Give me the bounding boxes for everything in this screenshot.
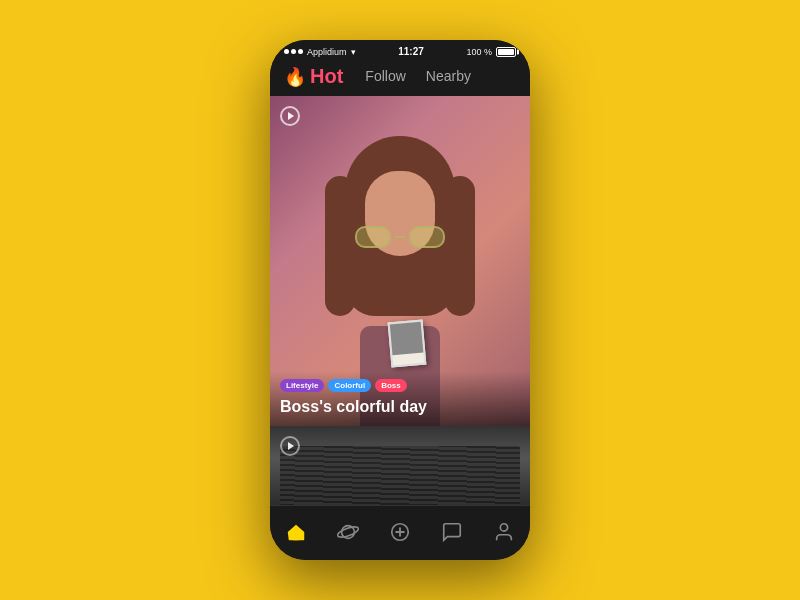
battery-icon [496,47,516,57]
signal-dots [284,49,303,54]
nav-profile[interactable] [486,514,522,550]
card-overlay-1: Lifestyle Colorful Boss Boss's colorful … [270,371,530,426]
status-right: 100 % [466,47,516,57]
play-button-2[interactable] [280,436,300,456]
video-card-2[interactable] [270,426,530,505]
wifi-icon: ▾ [351,47,356,57]
photo-card-image [390,322,424,355]
nav-tabs: Follow Nearby [355,66,516,88]
plus-icon [389,521,411,543]
nav-explore[interactable] [330,514,366,550]
brand: 🔥 Hot [284,65,343,88]
glasses-right-lens [409,226,445,248]
time-label: 11:27 [398,46,424,57]
status-left: Applidium ▾ [284,47,356,57]
tab-follow[interactable]: Follow [355,66,415,88]
tags-row-1: Lifestyle Colorful Boss [280,379,520,392]
play-triangle-1 [288,112,294,120]
chat-icon [441,521,463,543]
tag-lifestyle[interactable]: Lifestyle [280,379,324,392]
bottom-nav [270,505,530,560]
nav-home[interactable] [278,514,314,550]
user-icon [493,521,515,543]
phone-frame: Applidium ▾ 11:27 100 % 🔥 Hot Follow Nea… [270,40,530,560]
svg-point-5 [500,524,507,531]
tab-nearby[interactable]: Nearby [416,66,481,88]
brand-label: Hot [310,65,343,88]
flame-icon: 🔥 [284,66,306,88]
battery-pct-label: 100 % [466,47,492,57]
card-title-1: Boss's colorful day [280,398,520,416]
dot-1 [284,49,289,54]
glasses-bridge [394,236,406,238]
nav-add[interactable] [382,514,418,550]
play-button-1[interactable] [280,106,300,126]
glasses [355,226,445,248]
status-bar: Applidium ▾ 11:27 100 % [270,40,530,59]
hair-strands [280,446,520,505]
video-card-1[interactable]: Lifestyle Colorful Boss Boss's colorful … [270,96,530,426]
hair-closeup [270,426,530,505]
dot-2 [291,49,296,54]
dot-3 [298,49,303,54]
battery-fill [498,49,514,55]
tag-colorful[interactable]: Colorful [328,379,371,392]
nav-chat[interactable] [434,514,470,550]
app-header: 🔥 Hot Follow Nearby [270,59,530,96]
play-triangle-2 [288,442,294,450]
photo-card [388,320,427,368]
planet-icon [337,521,359,543]
svg-point-1 [337,525,359,539]
home-icon [285,521,307,543]
content-area: Lifestyle Colorful Boss Boss's colorful … [270,96,530,505]
tag-boss[interactable]: Boss [375,379,407,392]
carrier-label: Applidium [307,47,347,57]
glasses-left-lens [355,226,391,248]
face [365,171,435,256]
